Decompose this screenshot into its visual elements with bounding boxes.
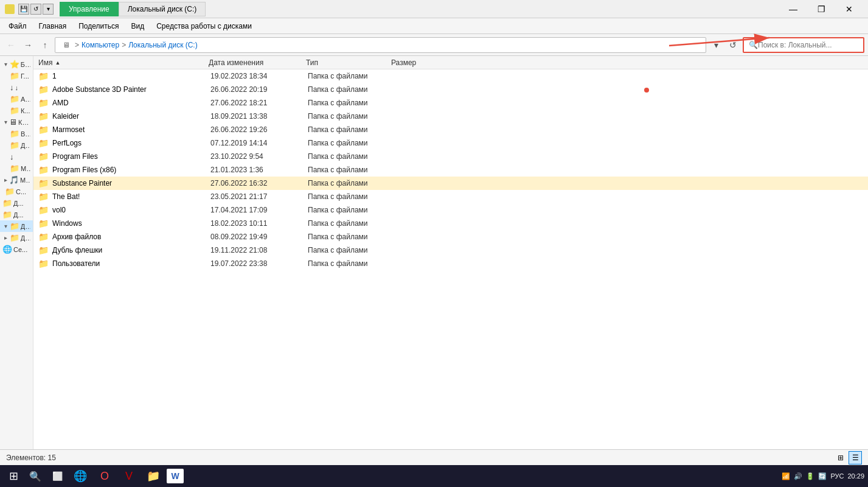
table-row[interactable]: 📁 Windows 18.02.2023 10:11 Папка с файла…	[33, 217, 868, 230]
col-header-size[interactable]: Размер	[391, 58, 452, 67]
nav-item-1[interactable]: 📁 Г...	[0, 70, 33, 82]
folder-icon: 📁	[38, 152, 49, 161]
nav-item-11[interactable]: 📁 Д...	[0, 209, 33, 220]
file-date: 19.11.2022 21:08	[210, 246, 308, 254]
clock-time: 20:29	[847, 472, 864, 480]
nav-item-7[interactable]: ↓	[0, 151, 33, 163]
table-row[interactable]: 📁 1 19.02.2023 18:34 Папка с файлами	[33, 69, 868, 83]
taskbar-chrome[interactable]: 🌐	[69, 466, 91, 486]
toolbar: ← → ↑ 🖥 > Компьютер > Локальный диск (C:…	[0, 34, 868, 56]
file-type: Папка с файлами	[308, 206, 393, 214]
view-buttons: ⊞ ☰	[834, 451, 862, 464]
col-header-type[interactable]: Тип	[306, 58, 391, 67]
taskbar-left: ⊞ 🔍 ⬜ 🌐 O V 📁 W	[4, 466, 184, 486]
address-local-disk[interactable]: Локальный диск (C:)	[128, 41, 198, 49]
nav-item-9[interactable]: 📁 С...	[0, 186, 33, 197]
nav-item-6[interactable]: 📁 Д...	[0, 139, 33, 151]
table-row[interactable]: 📁 Пользователи 19.07.2022 23:38 Папка с …	[33, 257, 868, 270]
table-row[interactable]: 📁 Kaleider 18.09.2021 13:38 Папка с файл…	[33, 110, 868, 123]
nav-item-3[interactable]: 📁 А...	[0, 93, 33, 105]
table-row[interactable]: 📁 Дубль флешки 19.11.2022 21:08 Папка с …	[33, 244, 868, 257]
taskbar-opera[interactable]: O	[94, 466, 116, 486]
table-row[interactable]: 📁 Program Files (x86) 21.01.2023 1:36 Па…	[33, 163, 868, 177]
taskbar-lang[interactable]: РУС	[830, 472, 844, 480]
col-header-date[interactable]: Дата изменения	[209, 58, 306, 67]
menu-share[interactable]: Поделиться	[72, 20, 125, 32]
file-list: Имя ▲ Дата изменения Тип Размер 📁 1 19.0…	[33, 56, 868, 449]
taskbar-word[interactable]: W	[167, 469, 184, 483]
minimize-button[interactable]: —	[779, 0, 807, 18]
file-name: The Bat!	[52, 192, 210, 201]
folder-icon: 📁	[38, 138, 49, 148]
folder-icon: 📁	[38, 98, 49, 108]
close-button[interactable]: ✕	[835, 0, 863, 18]
nav-item-5[interactable]: 📁 В...	[0, 128, 33, 139]
folder-icon: 📁	[38, 259, 49, 268]
nav-item-selected[interactable]: ▾ 📁 Д...	[0, 220, 33, 232]
table-row[interactable]: 📁 Marmoset 26.06.2022 19:26 Папка с файл…	[33, 123, 868, 136]
nav-item-4[interactable]: 📁 К...	[0, 105, 33, 116]
nav-item-2[interactable]: ↓ ↓	[0, 82, 33, 93]
task-view-btn[interactable]: ⬜	[47, 466, 67, 486]
undo-quick-btn[interactable]: ↺	[30, 4, 41, 15]
nav-item-favorites[interactable]: ▾ ⭐ Б...	[0, 58, 33, 70]
title-bar: 💾 ↺ ▾ Управление Локальный диск (C:) — ❐…	[0, 0, 868, 18]
file-rows-container: 📁 1 19.02.2023 18:34 Папка с файлами 📁 A…	[33, 69, 868, 270]
refresh-button[interactable]: ↺	[726, 38, 740, 52]
menu-disk-tools[interactable]: Средства работы с дисками	[150, 20, 258, 32]
file-date: 26.06.2022 19:26	[210, 125, 308, 134]
address-computer[interactable]: Компьютер	[82, 41, 119, 49]
nav-item-network[interactable]: 🌐 Се...	[0, 244, 33, 255]
file-name: AMD	[52, 99, 210, 107]
tab-manage[interactable]: Управление	[60, 2, 119, 16]
dropdown-address-button[interactable]: ▾	[709, 38, 723, 52]
table-row[interactable]: 📁 Substance Painter 27.06.2022 16:32 Пап…	[33, 177, 868, 190]
file-name: Marmoset	[52, 125, 210, 134]
table-row[interactable]: 📁 The Bat! 23.05.2021 21:17 Папка с файл…	[33, 190, 868, 203]
forward-button[interactable]: →	[21, 38, 35, 52]
table-row[interactable]: 📁 Архив файлов 08.09.2022 19:49 Папка с …	[33, 230, 868, 244]
nav-item-10[interactable]: 📁 Д...	[0, 197, 33, 209]
nav-item-8[interactable]: 📁 М...	[0, 163, 33, 174]
save-quick-btn[interactable]: 💾	[18, 4, 29, 15]
taskbar-explorer[interactable]: 📁	[142, 466, 164, 486]
search-box[interactable]: 🔍	[743, 37, 864, 53]
table-row[interactable]: 📁 Program Files 23.10.2022 9:54 Папка с …	[33, 150, 868, 163]
file-name: Program Files (x86)	[52, 166, 210, 174]
file-name: Substance Painter	[52, 179, 210, 187]
nav-item-computer[interactable]: ▾ 🖥 Ко...	[0, 116, 33, 128]
back-button[interactable]: ←	[4, 38, 18, 52]
menu-home[interactable]: Главная	[33, 20, 73, 32]
file-type: Папка с файлами	[308, 179, 393, 187]
start-button[interactable]: ⊞	[4, 466, 23, 486]
taskbar-vivaldi[interactable]: V	[118, 466, 140, 486]
folder-icon: 📁	[38, 192, 49, 201]
table-row[interactable]: 📁 Adobe Substance 3D Painter 26.06.2022 …	[33, 83, 868, 96]
search-input[interactable]	[758, 41, 858, 49]
expand-icon: ▾	[2, 119, 9, 125]
details-view-btn[interactable]: ☰	[849, 451, 862, 464]
taskbar-clock[interactable]: 20:29	[847, 472, 864, 480]
dropdown-quick-btn[interactable]: ▾	[43, 4, 54, 15]
nav-item-12[interactable]: ▸ 📁 Д...	[0, 232, 33, 244]
nav-pane: ▾ ⭐ Б... 📁 Г... ↓ ↓ 📁 А... 📁 К... ▾	[0, 56, 33, 449]
table-row[interactable]: 📁 vol0 17.04.2021 17:09 Папка с файлами	[33, 203, 868, 217]
address-bar[interactable]: 🖥 > Компьютер > Локальный диск (C:)	[55, 37, 706, 53]
file-type: Папка с файлами	[308, 99, 393, 107]
folder-icon: 📁	[38, 178, 49, 188]
up-button[interactable]: ↑	[38, 38, 52, 52]
nav-item-music[interactable]: ▸ 🎵 М...	[0, 174, 33, 186]
taskbar-battery-icon: 🔋	[806, 472, 814, 480]
file-date: 07.12.2019 14:14	[210, 139, 308, 147]
address-sep1: >	[75, 41, 79, 49]
table-row[interactable]: 📁 AMD 27.06.2022 18:21 Папка с файлами	[33, 96, 868, 110]
table-row[interactable]: 📁 PerfLogs 07.12.2019 14:14 Папка с файл…	[33, 136, 868, 150]
tab-local-disk[interactable]: Локальный диск (C:)	[119, 2, 206, 16]
menu-file[interactable]: Файл	[2, 20, 33, 32]
menu-view[interactable]: Вид	[125, 20, 150, 32]
taskbar-volume-icon: 🔊	[794, 472, 802, 480]
large-icons-view-btn[interactable]: ⊞	[834, 451, 847, 464]
maximize-button[interactable]: ❐	[807, 0, 835, 18]
search-taskbar-btn[interactable]: 🔍	[26, 466, 45, 486]
col-header-name[interactable]: Имя ▲	[38, 58, 209, 67]
